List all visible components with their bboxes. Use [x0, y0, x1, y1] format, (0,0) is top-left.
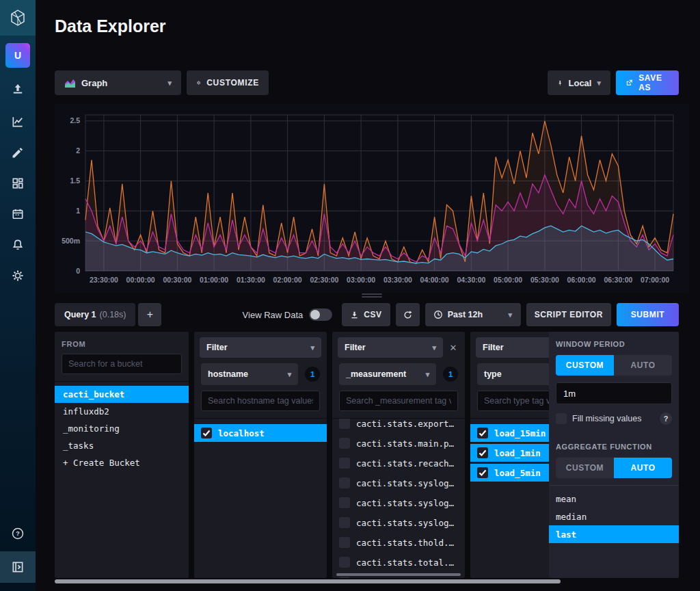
nav-help[interactable]: ? — [10, 525, 26, 542]
tag-value-row[interactable]: localhost — [194, 424, 327, 442]
svg-text:02:00:00: 02:00:00 — [273, 276, 302, 284]
tag-filter-column-hostname: Filter ▾ hostname ▾ 1 localhost — [194, 332, 327, 578]
app-root: U — [0, 0, 700, 591]
tag-key-label: type — [484, 369, 502, 379]
user-avatar[interactable]: U — [5, 43, 30, 68]
tag-value-label: load_1min — [494, 448, 541, 458]
nav-dashboards[interactable] — [10, 175, 26, 192]
aggregate-function-item[interactable]: mean — [549, 490, 679, 508]
checkbox[interactable] — [201, 428, 212, 438]
refresh-button[interactable] — [396, 303, 420, 326]
scope-dropdown[interactable]: Local ▾ — [548, 70, 610, 95]
nav-load-data[interactable] — [10, 81, 26, 97]
tag-value-row[interactable]: cacti.stats.syslog.al… — [332, 494, 465, 512]
selected-count-badge: 1 — [443, 367, 458, 382]
tag-value-row[interactable]: cacti.stats.recache.l… — [332, 454, 465, 472]
gear-icon — [11, 269, 25, 283]
customize-button[interactable]: CUSTOMIZE — [187, 70, 269, 95]
checkbox[interactable] — [339, 419, 350, 429]
chevron-down-icon: ▾ — [426, 370, 430, 379]
aggregate-function-list: meanmedianlast — [556, 490, 672, 543]
export-icon — [625, 78, 633, 88]
gear-icon — [196, 78, 201, 88]
sidebar-expand-toggle[interactable] — [0, 551, 36, 583]
bucket-search-input[interactable] — [62, 354, 182, 374]
view-raw-data-toggle[interactable] — [309, 308, 332, 321]
filter-type-dropdown[interactable]: Filter ▾ — [338, 337, 443, 358]
tag-value-row[interactable]: cacti.stats.thold.run… — [332, 534, 465, 551]
tag-value-row[interactable]: cacti.stats.main.poll… — [332, 434, 465, 452]
svg-text:00:30:00: 00:30:00 — [163, 276, 191, 284]
window-auto-button[interactable]: AUTO — [614, 355, 672, 376]
checkbox[interactable] — [339, 438, 350, 449]
filter-type-dropdown[interactable]: Filter ▾ — [200, 337, 321, 358]
svg-text:04:30:00: 04:30:00 — [457, 276, 485, 284]
bucket-item[interactable]: _tasks — [55, 437, 189, 454]
nav-alerts[interactable] — [10, 237, 26, 253]
tag-value-label: load_15min — [494, 428, 546, 438]
tag-value-row[interactable]: cacti.stats.syslog.ac… — [332, 474, 465, 492]
checkbox[interactable] — [339, 458, 350, 469]
tag-value-label: localhost — [218, 428, 265, 438]
list-horizontal-scrollbar[interactable] — [336, 573, 461, 576]
panel-resize-handle[interactable] — [362, 293, 382, 298]
checkbox[interactable] — [339, 537, 350, 548]
nav-tasks[interactable] — [10, 206, 26, 222]
tag-value-row[interactable]: cacti.stats.syslog.ru… — [332, 514, 465, 531]
tag-key-dropdown[interactable]: hostname ▾ — [201, 363, 298, 385]
aggregate-function-item[interactable]: last — [549, 525, 679, 543]
tag-value-row[interactable]: cacti.stats.total.pol… — [332, 553, 465, 571]
checkbox[interactable] — [339, 517, 350, 528]
filter-header-label: Filter — [345, 343, 366, 352]
chevron-down-icon: ▾ — [432, 343, 436, 352]
timeseries-chart[interactable]: 0500m11.522.523:30:0000:00:0000:30:0001:… — [55, 104, 689, 293]
add-query-button[interactable]: + — [138, 303, 161, 326]
checkbox[interactable] — [477, 447, 488, 458]
nav-data-explorer[interactable] — [10, 114, 26, 130]
dashboards-icon — [11, 176, 25, 190]
scrollbar-thumb[interactable] — [55, 579, 561, 583]
tag-key-dropdown[interactable]: _measurement ▾ — [339, 363, 436, 385]
tag-key-label: _measurement — [346, 369, 406, 379]
nav-notebooks[interactable] — [10, 144, 26, 161]
aggregate-auto-button[interactable]: AUTO — [614, 458, 672, 478]
bucket-item[interactable]: influxdb2 — [55, 403, 189, 420]
window-period-input[interactable] — [556, 382, 672, 404]
script-editor-button[interactable]: SCRIPT EDITOR — [526, 303, 611, 326]
checkbox[interactable] — [339, 477, 350, 488]
svg-text:02:30:00: 02:30:00 — [310, 276, 338, 284]
bucket-item[interactable]: + Create Bucket — [55, 454, 189, 471]
scope-label: Local — [569, 78, 592, 88]
bucket-item[interactable]: _monitoring — [55, 420, 189, 437]
csv-download-button[interactable]: CSV — [342, 303, 390, 326]
svg-text:1.5: 1.5 — [70, 176, 80, 185]
influxdb-logo-icon — [9, 9, 27, 27]
remove-filter-button[interactable]: ✕ — [447, 343, 459, 353]
view-type-dropdown[interactable]: Graph ▾ — [55, 70, 181, 95]
aggregate-custom-button[interactable]: CUSTOM — [556, 458, 614, 478]
checkbox[interactable] — [477, 428, 488, 438]
checkbox[interactable] — [339, 577, 350, 578]
tag-value-row[interactable]: cacti.stats.export.t… — [332, 419, 465, 432]
time-range-dropdown[interactable]: Past 12h ▾ — [425, 303, 521, 326]
save-as-button[interactable]: SAVE AS — [616, 70, 679, 95]
checkbox[interactable] — [339, 497, 350, 508]
fill-missing-checkbox[interactable] — [556, 413, 567, 424]
builder-horizontal-scrollbar[interactable] — [55, 579, 679, 583]
aggregate-function-item[interactable]: median — [549, 508, 679, 525]
influxdb-logo[interactable] — [0, 0, 36, 36]
tag-value-label: cacti.stats.thold.run… — [356, 538, 458, 548]
timeseries-chart-panel[interactable]: 0500m11.522.523:30:0000:00:0000:30:0001:… — [55, 104, 689, 293]
window-custom-button[interactable]: CUSTOM — [556, 355, 614, 376]
submit-button[interactable]: SUBMIT — [617, 303, 679, 326]
help-tooltip-icon[interactable]: ? — [660, 412, 672, 425]
checkbox[interactable] — [339, 557, 350, 568]
save-as-label: SAVE AS — [638, 73, 669, 92]
tag-value-search-input[interactable] — [201, 391, 320, 411]
bucket-item[interactable]: cacti_bucket — [55, 386, 189, 403]
checkbox[interactable] — [477, 467, 488, 478]
query-tab[interactable]: Query 1 (0.18s) — [55, 303, 135, 326]
svg-text:1: 1 — [76, 207, 80, 215]
tag-value-search-input[interactable] — [339, 391, 458, 411]
nav-settings[interactable] — [10, 267, 26, 284]
